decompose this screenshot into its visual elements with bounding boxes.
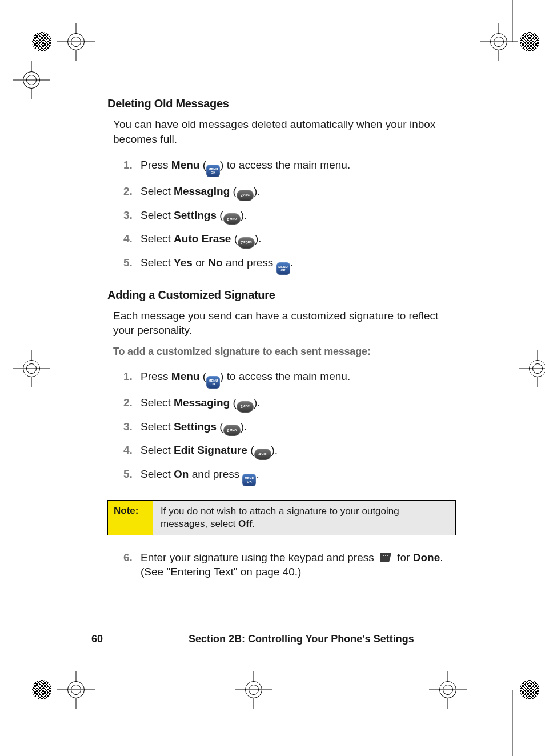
keypad-6-icon — [223, 425, 241, 436]
step: 3. Select Settings (). — [123, 205, 456, 229]
menu-ok-key-icon: MENUOK — [206, 165, 220, 177]
soft-key-icon — [377, 552, 394, 563]
registration-mark-icon — [439, 681, 456, 698]
step-body: Select Auto Erase (). — [141, 231, 456, 249]
step: 5. Select On and press MENUOK. — [123, 463, 456, 490]
step-body: Press Menu (MENUOK) to access the main m… — [141, 158, 456, 177]
step: 2. Select Messaging (). — [123, 181, 456, 205]
section-title: Section 2B: Controlling Your Phone's Set… — [189, 633, 457, 645]
step-body: Select Settings (). — [141, 419, 456, 437]
keypad-2-icon — [237, 401, 254, 413]
registration-mark-icon — [490, 33, 507, 50]
step-body: Select Settings (). — [141, 208, 456, 225]
keypad-4-icon — [254, 449, 271, 460]
steps-signature-part1: 1. Press Menu (MENUOK) to access the mai… — [123, 366, 456, 490]
crop-line — [512, 0, 513, 42]
keypad-6-icon — [223, 213, 241, 225]
step-number: 4. — [123, 443, 141, 460]
step-number: 1. — [123, 158, 141, 177]
step-number: 3. — [123, 419, 141, 437]
registration-mark-icon — [23, 71, 40, 89]
crop-line — [513, 690, 545, 690]
step: 1. Press Menu (MENUOK) to access the mai… — [123, 366, 456, 392]
hatch-mark-icon — [520, 32, 539, 51]
keypad-7-icon — [238, 237, 255, 249]
note-body: If you do not wish to attach a signature… — [153, 501, 455, 535]
step-number: 2. — [123, 184, 141, 201]
hatch-mark-icon — [32, 680, 51, 699]
step-number: 5. — [123, 467, 141, 486]
crop-line — [62, 0, 62, 42]
hatch-mark-icon — [32, 32, 51, 51]
step: 4. Select Edit Signature (). — [123, 439, 456, 463]
step-body: Enter your signature using the keypad an… — [141, 550, 456, 579]
note-box: Note: If you do not wish to attach a sig… — [107, 500, 456, 535]
page-footer: 60 Section 2B: Controlling Your Phone's … — [91, 633, 457, 645]
keypad-2-icon — [237, 190, 254, 201]
crop-line — [0, 690, 62, 690]
registration-mark-icon — [245, 681, 262, 698]
step: 3. Select Settings (). — [123, 416, 456, 440]
svg-point-0 — [383, 555, 384, 556]
registration-mark-icon — [67, 681, 85, 698]
step-number: 6. — [123, 550, 141, 579]
registration-mark-icon — [67, 33, 85, 50]
step: 4. Select Auto Erase (). — [123, 228, 456, 252]
crop-line — [0, 42, 62, 42]
heading-deleting-old-messages: Deleting Old Messages — [107, 97, 456, 110]
svg-point-2 — [387, 555, 388, 556]
heading-customized-signature: Adding a Customized Signature — [107, 289, 456, 302]
hatch-mark-icon — [520, 680, 539, 699]
step-body: Select Messaging (). — [141, 184, 456, 201]
page-number: 60 — [91, 633, 189, 645]
step-number: 4. — [123, 231, 141, 249]
menu-ok-key-icon: MENUOK — [206, 376, 220, 389]
step: 5. Select Yes or No and press MENUOK. — [123, 252, 456, 278]
step-body: Select Messaging (). — [141, 395, 456, 413]
step-number: 1. — [123, 369, 141, 389]
registration-mark-icon — [529, 360, 545, 377]
intro-deleting: You can have old messages deleted automa… — [113, 117, 456, 146]
step: 2. Select Messaging (). — [123, 392, 456, 416]
svg-point-1 — [385, 555, 386, 556]
step-body: Select On and press MENUOK. — [141, 467, 456, 486]
step-body: Select Edit Signature (). — [141, 443, 456, 460]
step-body: Press Menu (MENUOK) to access the main m… — [141, 369, 456, 389]
step: 1. Press Menu (MENUOK) to access the mai… — [123, 154, 456, 181]
intro-signature: Each message you send can have a customi… — [113, 309, 456, 338]
step-number: 3. — [123, 208, 141, 225]
crop-line — [513, 42, 545, 42]
crop-line — [512, 690, 513, 756]
page-content: Deleting Old Messages You can have old m… — [107, 97, 456, 593]
crop-line — [62, 690, 62, 756]
step-number: 5. — [123, 255, 141, 275]
note-label: Note: — [108, 501, 153, 535]
steps-signature-part2: 6. Enter your signature using the keypad… — [123, 547, 456, 583]
menu-ok-key-icon: MENUOK — [242, 474, 256, 486]
step-number: 2. — [123, 395, 141, 413]
leadin-signature: To add a customized signature to each se… — [113, 346, 456, 358]
steps-deleting: 1. Press Menu (MENUOK) to access the mai… — [123, 154, 456, 278]
registration-mark-icon — [23, 360, 40, 377]
step-body: Select Yes or No and press MENUOK. — [141, 255, 456, 275]
menu-ok-key-icon: MENUOK — [276, 262, 290, 275]
step: 6. Enter your signature using the keypad… — [123, 547, 456, 583]
